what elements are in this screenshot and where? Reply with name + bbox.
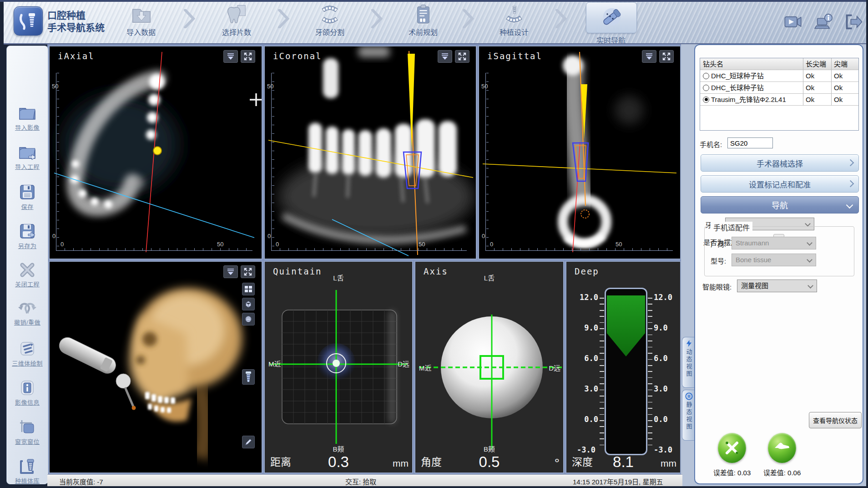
handpiece-name-input[interactable] bbox=[727, 137, 773, 148]
window-frame-left bbox=[0, 0, 4, 488]
gauge-ticks-right bbox=[648, 298, 652, 451]
viewport-quintain[interactable]: Quintain L舌 M近 D远 B颊 距离 0.3 mm bbox=[264, 261, 413, 473]
coronal-ct-image bbox=[265, 46, 476, 259]
ruler-label: 50 bbox=[616, 241, 622, 248]
vendor-select[interactable]: Straumann bbox=[732, 237, 816, 249]
drill-tip-status: Ok bbox=[831, 94, 858, 105]
tab-label: 静态视图 bbox=[685, 402, 693, 431]
sidebar-item-implant-library[interactable]: 种植体库 bbox=[7, 458, 48, 485]
distance-unit: mm bbox=[393, 458, 409, 469]
viewport-axial[interactable]: iAxial 50 0 0 50 bbox=[49, 46, 262, 259]
implant-logo-icon bbox=[18, 10, 39, 31]
window-frame-top bbox=[0, 0, 868, 2]
tab-static-view[interactable]: 静态视图 bbox=[682, 390, 695, 441]
step-label: 导入数据 bbox=[114, 26, 168, 37]
tab-label: 动态视图 bbox=[685, 349, 693, 378]
sidebar-item-label: 三维体绘制 bbox=[7, 359, 48, 367]
annotate-pencil-icon[interactable] bbox=[242, 436, 255, 448]
gauge-label: 12.0 bbox=[571, 293, 598, 302]
sidebar-item-undo-redo[interactable]: 撤销/重做 bbox=[7, 301, 48, 326]
drill-long-tip-status: Ok bbox=[803, 94, 831, 105]
sidebar-item-volume-render[interactable]: 三维体绘制 bbox=[7, 340, 48, 367]
step-jaw-segmentation[interactable]: 牙颌分割 bbox=[303, 3, 357, 37]
multi-pane-layout-icon[interactable] bbox=[242, 283, 255, 295]
fullscreen-icon[interactable] bbox=[241, 265, 255, 278]
viewport-sagittal[interactable]: iSagittal 50 0 0 50 bbox=[478, 46, 681, 259]
step-select-slices[interactable]: 选择片数 bbox=[209, 3, 264, 37]
sidebar-item-image-info[interactable]: 影像信息 bbox=[7, 379, 48, 407]
dynamic-view-icon bbox=[685, 340, 693, 347]
sphere-view-icon[interactable] bbox=[242, 313, 255, 325]
import-data-icon bbox=[128, 3, 154, 25]
layout-dropdown-icon[interactable] bbox=[223, 265, 238, 278]
sidebar-item-save-as[interactable]: 另存为 bbox=[7, 223, 48, 250]
drill-row-selected[interactable]: Trausim_先锋钻Φ2.2L41 Ok Ok bbox=[700, 94, 858, 106]
gauge-label: 6.0 bbox=[571, 354, 598, 363]
ruler-label: 50 bbox=[419, 241, 425, 248]
viewport-deep[interactable]: Deep 12.0 9.0 6.0 3.0 0.0 -3.0 12.0 9.0 … bbox=[565, 261, 681, 473]
handpiece-check-button[interactable] bbox=[768, 433, 796, 463]
cube-view-icon[interactable] bbox=[242, 298, 255, 310]
ruler-vertical-ticks bbox=[486, 73, 489, 249]
implant-display-icon[interactable] bbox=[242, 369, 255, 385]
chevron-right-icon bbox=[847, 180, 854, 188]
viewport-coronal[interactable]: iCoronal 50 0 0 50 bbox=[264, 46, 477, 259]
orientation-label-lingual: L舌 bbox=[415, 273, 563, 282]
drill-row[interactable]: DHC_短球种子钻 Ok Ok bbox=[700, 70, 858, 82]
fullscreen-icon[interactable] bbox=[455, 50, 469, 63]
marker-registration-button[interactable]: 设置标记点和配准 bbox=[701, 175, 859, 193]
ruler-label: 0 bbox=[276, 241, 279, 248]
smart-glasses-select[interactable]: 测量视图 bbox=[737, 280, 817, 292]
drill-row[interactable]: DHC_长球种子钻 Ok Ok bbox=[700, 82, 858, 94]
chevron-separator-icon bbox=[278, 9, 289, 28]
image-info-icon bbox=[18, 379, 36, 396]
drill-name: DHC_短球种子钻 bbox=[711, 70, 764, 81]
sidebar-item-save[interactable]: 保存 bbox=[7, 183, 48, 211]
navigator-status-button[interactable]: 查看导航仪状态 bbox=[809, 412, 862, 428]
button-label: 手术器械选择 bbox=[757, 158, 803, 169]
gauge-label: 6.0 bbox=[654, 354, 681, 363]
ruler-label: 0 bbox=[267, 233, 271, 239]
window-frame-bottom bbox=[0, 486, 868, 488]
ruler-label: 50 bbox=[217, 241, 223, 248]
viewport-3d[interactable] bbox=[49, 261, 262, 473]
drill-radio[interactable] bbox=[703, 85, 709, 91]
chevron-down-icon bbox=[807, 257, 812, 263]
gauge-label: 9.0 bbox=[571, 323, 598, 332]
implant-design-icon bbox=[501, 3, 527, 25]
drill-radio-selected[interactable] bbox=[703, 97, 709, 103]
step-label: 牙颌分割 bbox=[303, 26, 357, 37]
layout-dropdown-icon[interactable] bbox=[642, 50, 656, 63]
calibration-wrench-button[interactable] bbox=[718, 433, 746, 463]
import-project-icon bbox=[18, 143, 37, 161]
drill-long-tip-status: Ok bbox=[803, 70, 831, 81]
drill-radio[interactable] bbox=[703, 73, 709, 79]
model-select[interactable]: Bone tissue bbox=[732, 254, 816, 266]
chevron-separator-icon bbox=[462, 9, 474, 28]
session-info-button[interactable] bbox=[814, 14, 833, 30]
instrument-select-button[interactable]: 手术器械选择 bbox=[701, 154, 859, 172]
video-record-button[interactable] bbox=[783, 14, 802, 30]
step-preop-planning[interactable]: 术前规划 bbox=[396, 3, 450, 37]
chevron-right-icon bbox=[847, 159, 854, 167]
sidebar-item-import-image[interactable]: 导入影像 bbox=[7, 104, 48, 132]
sidebar-item-import-project[interactable]: 导入工程 bbox=[7, 143, 48, 171]
viewport-axis[interactable]: Axis L舌 M近 D远 B颊 角度 0.5 ° bbox=[414, 261, 564, 473]
step-implant-design[interactable]: 种植设计 bbox=[487, 3, 541, 37]
sidebar-item-window-level[interactable]: 窗宽窗位 bbox=[7, 418, 48, 446]
step-realtime-navigation[interactable] bbox=[586, 2, 637, 33]
layout-dropdown-icon[interactable] bbox=[223, 50, 238, 63]
tab-dynamic-view[interactable]: 动态视图 bbox=[682, 337, 695, 388]
sidebar-item-label: 撤销/重做 bbox=[7, 318, 48, 326]
exit-button[interactable] bbox=[844, 14, 863, 30]
navigation-section-header[interactable]: 导航 bbox=[701, 196, 859, 214]
ruler-label: 0 bbox=[490, 241, 493, 248]
drill-table: 钻头名 长尖端 尖端 DHC_短球种子钻 Ok Ok DHC_长球种子钻 Ok … bbox=[700, 58, 859, 131]
layout-dropdown-icon[interactable] bbox=[438, 50, 452, 63]
col-drill-name: 钻头名 bbox=[700, 58, 803, 70]
status-interaction-mode: 交互: 拾取 bbox=[345, 477, 376, 486]
sidebar-item-close-project[interactable]: 关闭工程 bbox=[7, 262, 48, 288]
fullscreen-icon[interactable] bbox=[241, 50, 255, 63]
step-import-data[interactable]: 导入数据 bbox=[114, 3, 168, 37]
fullscreen-icon[interactable] bbox=[659, 50, 674, 63]
